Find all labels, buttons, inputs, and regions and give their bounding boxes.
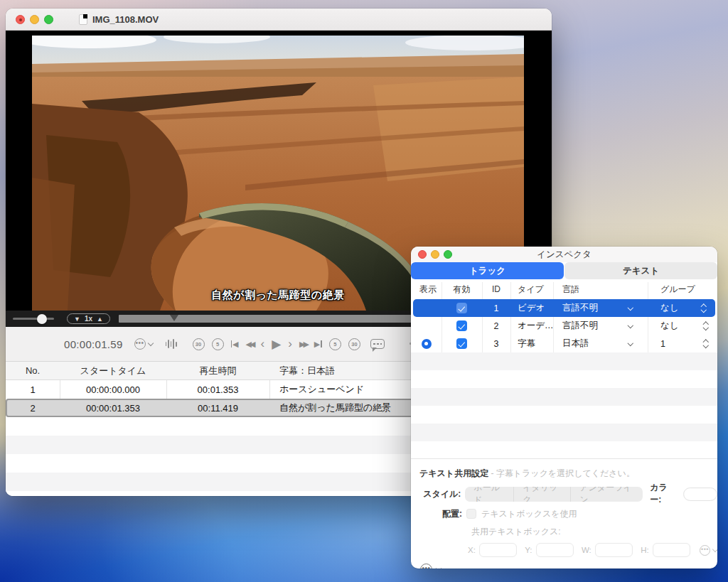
language-popup[interactable]: 言語不明 xyxy=(553,302,648,314)
step-back-button[interactable]: ‹ xyxy=(261,339,265,349)
minimize-button[interactable] xyxy=(431,250,439,259)
track-row-audio[interactable]: 2 オーデ… 言語不明 なし xyxy=(411,317,717,335)
track-id: 3 xyxy=(482,339,510,349)
col-show: 表示 xyxy=(411,284,441,296)
ellipsis-circle-icon: ••• xyxy=(420,564,432,568)
skip-back-5-button[interactable]: 5 xyxy=(212,338,224,350)
italic-button[interactable]: イタリック xyxy=(513,487,570,502)
radio-selected-icon xyxy=(422,339,432,349)
cell-no: 1 xyxy=(6,384,60,395)
enabled-checkbox[interactable] xyxy=(441,338,482,349)
ellipsis-circle-icon: ••• xyxy=(134,338,146,350)
enabled-checkbox[interactable] xyxy=(441,320,482,331)
group-stepper[interactable]: なし xyxy=(648,302,715,314)
timecode-display: 00:00:01.59 xyxy=(64,338,123,350)
checkbox-checked-icon xyxy=(456,303,467,313)
stepper-icon xyxy=(704,323,708,330)
group-stepper[interactable]: なし xyxy=(648,320,717,332)
subtitle-bubble-icon[interactable] xyxy=(370,339,385,349)
document-icon xyxy=(79,14,87,25)
shared-settings-title: テキスト共用設定 xyxy=(419,468,488,478)
y-field[interactable] xyxy=(536,543,574,557)
cell-start: 00:00:00.000 xyxy=(60,384,166,395)
fast-forward-button[interactable]: ▶▶ xyxy=(299,340,307,349)
go-to-start-button[interactable]: ◀ xyxy=(231,340,239,349)
w-field[interactable] xyxy=(595,543,633,557)
zoom-button[interactable] xyxy=(44,15,53,24)
col-group: グループ xyxy=(648,284,717,296)
chevron-down-icon xyxy=(627,305,633,311)
cell-no: 2 xyxy=(6,403,60,414)
inspector-window: インスペクタ トラック テキスト 表示 有効 ID タイプ 言語 グループ 1 … xyxy=(411,247,717,568)
chevron-down-icon xyxy=(436,566,441,568)
play-button[interactable]: ▶ xyxy=(272,337,281,352)
tab-tracks[interactable]: トラック xyxy=(411,262,564,279)
color-well[interactable] xyxy=(683,487,717,501)
col-no: No. xyxy=(6,365,60,376)
col-type: タイプ xyxy=(510,284,553,296)
show-radio-selected[interactable] xyxy=(411,339,441,349)
checkbox-checked-icon xyxy=(456,338,467,349)
track-row-subtitle[interactable]: 3 字幕 日本語 1 xyxy=(411,335,717,352)
track-table-empty-rows xyxy=(411,352,717,458)
go-to-end-button[interactable]: ▶ xyxy=(314,340,322,349)
zoom-button[interactable] xyxy=(444,250,452,259)
col-enabled: 有効 xyxy=(441,284,482,296)
skip-forward-5-button[interactable]: 5 xyxy=(329,338,341,350)
window-title: IMG_1108.MOV xyxy=(92,14,159,25)
track-type: ビデオ xyxy=(510,302,553,314)
inspector-title: インスペクタ xyxy=(411,249,717,261)
speed-down-icon[interactable]: ▼ xyxy=(74,316,80,323)
track-id: 1 xyxy=(482,303,510,313)
group-stepper[interactable]: 1 xyxy=(648,339,717,349)
speed-control[interactable]: ▼ 1x ▲ xyxy=(67,313,110,324)
skip-back-30-button[interactable]: 30 xyxy=(193,338,205,350)
speed-value: 1x xyxy=(85,315,92,323)
speed-up-icon[interactable]: ▲ xyxy=(97,316,103,323)
inspector-tabs: トラック テキスト xyxy=(411,262,717,279)
col-duration: 再生時間 xyxy=(166,365,269,377)
close-button[interactable] xyxy=(418,250,427,259)
rewind-button[interactable]: ◀◀ xyxy=(246,340,254,349)
player-titlebar[interactable]: IMG_1108.MOV xyxy=(6,9,552,31)
track-table: 表示 有効 ID タイプ 言語 グループ 1 ビデオ 言語不明 なし 2 オーデ… xyxy=(411,279,717,458)
language-popup[interactable]: 日本語 xyxy=(553,338,648,350)
playhead-marker[interactable] xyxy=(170,315,178,321)
cell-duration: 00:11.419 xyxy=(166,403,269,414)
volume-knob[interactable] xyxy=(37,314,47,324)
shared-textbox-label: 共用テキストボックス: xyxy=(471,526,717,538)
timecode-options-button[interactable]: ••• xyxy=(134,338,153,350)
language-popup[interactable]: 言語不明 xyxy=(553,320,648,332)
col-id: ID xyxy=(482,284,510,294)
skip-forward-30-button[interactable]: 30 xyxy=(348,338,360,350)
bold-button[interactable]: ボールド xyxy=(465,487,513,502)
h-field[interactable] xyxy=(653,543,690,557)
w-label: W: xyxy=(582,546,592,554)
x-field[interactable] xyxy=(479,543,517,557)
step-forward-button[interactable]: › xyxy=(288,339,292,349)
minimize-button[interactable] xyxy=(30,15,39,24)
use-textbox-checkbox[interactable] xyxy=(466,509,476,519)
shared-settings-hint: - 字幕トラックを選択してください。 xyxy=(491,468,634,478)
checkbox-checked-icon xyxy=(456,320,467,331)
use-textbox-label: テキストボックスを使用 xyxy=(481,508,577,520)
inspector-titlebar[interactable]: インスペクタ xyxy=(411,247,717,262)
track-row-video-selected[interactable]: 1 ビデオ 言語不明 なし xyxy=(413,299,715,317)
chevron-down-icon xyxy=(147,340,153,345)
underline-button[interactable]: アンダーライン xyxy=(570,487,643,502)
chevron-down-icon xyxy=(627,340,633,346)
style-label: スタイル: xyxy=(411,488,465,500)
inspector-action-menu[interactable]: ••• xyxy=(420,564,717,568)
tab-text[interactable]: テキスト xyxy=(564,262,717,279)
enabled-checkbox[interactable] xyxy=(441,303,482,313)
coords-options-button[interactable]: ••• xyxy=(700,545,717,556)
y-label: Y: xyxy=(525,546,532,554)
track-table-header: 表示 有効 ID タイプ 言語 グループ xyxy=(411,279,717,299)
waveform-icon[interactable] xyxy=(166,339,177,350)
track-id: 2 xyxy=(482,321,510,331)
col-language: 言語 xyxy=(553,284,648,296)
close-button[interactable] xyxy=(16,15,25,24)
placement-label: 配置: xyxy=(411,508,466,520)
volume-slider[interactable] xyxy=(13,318,54,320)
cell-start: 00:00:01.353 xyxy=(60,403,166,414)
